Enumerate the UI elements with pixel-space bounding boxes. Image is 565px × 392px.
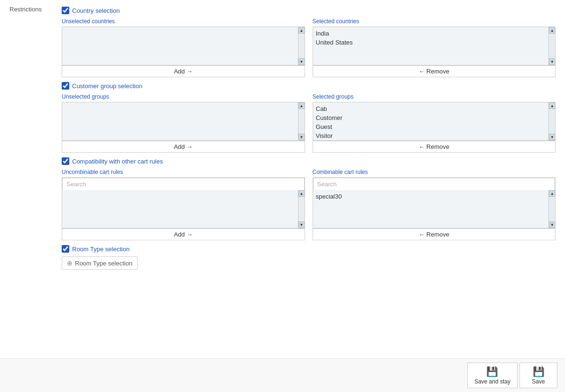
country-checkbox-row: Country selection	[62, 7, 556, 14]
cart-rules-checkbox-label: Compatibility with other cart rules	[72, 158, 163, 165]
selected-countries-panel: Selected countries India United States ▲…	[313, 18, 556, 77]
scroll-track	[298, 34, 305, 58]
customer-group-dual-list: Unselected groups ▲ ▼ Add →	[62, 93, 556, 153]
main-content: Restrictions Country selection Unselecte…	[0, 0, 565, 317]
list-item[interactable]: special30	[316, 192, 546, 201]
unselected-countries-box-wrapper: ▲ ▼	[62, 27, 305, 65]
customer-group-checkbox-label: Customer group selection	[72, 82, 142, 90]
scroll-track	[549, 197, 555, 221]
scroll-up-arrow[interactable]: ▲	[549, 27, 556, 34]
list-item[interactable]: Cab	[316, 104, 546, 113]
page-wrapper: Restrictions Country selection Unselecte…	[0, 0, 565, 392]
customer-group-checkbox[interactable]	[62, 82, 69, 90]
cart-rules-dual-list: Uncombinable cart rules ▲ ▼	[62, 169, 556, 240]
save-and-stay-label: Save and stay	[474, 378, 510, 385]
scroll-track	[549, 34, 555, 58]
remove-cart-rules-btn[interactable]: ← Remove	[313, 228, 556, 240]
uncombinable-box-wrapper: ▲ ▼	[62, 177, 305, 228]
cart-rules-checkbox[interactable]	[62, 157, 69, 165]
country-section: Country selection Unselected countries ▲	[62, 7, 556, 77]
cart-rules-checkbox-row: Compatibility with other cart rules	[62, 157, 556, 165]
customer-group-section: Customer group selection Unselected grou…	[62, 82, 556, 153]
scroll-track	[298, 109, 305, 134]
unselected-countries-list[interactable]	[62, 27, 298, 65]
uncombinable-search-input[interactable]	[62, 178, 305, 190]
scroll-track	[549, 109, 555, 134]
combinable-search-input[interactable]	[313, 178, 556, 190]
selected-groups-panel: Selected groups Cab Customer Guest Visit…	[313, 93, 556, 153]
restrictions-label: Restrictions	[9, 5, 62, 13]
room-type-checkbox-row: Room Type selection	[62, 245, 556, 253]
remove-groups-btn[interactable]: ← Remove	[313, 141, 556, 153]
add-cart-rules-btn[interactable]: Add →	[62, 228, 305, 240]
scroll-down-arrow[interactable]: ▼	[549, 58, 556, 65]
list-item[interactable]: Guest	[316, 122, 546, 131]
combinable-label: Combinable cart rules	[313, 169, 556, 175]
unselected-countries-label: Unselected countries	[62, 18, 305, 25]
country-checkbox[interactable]	[62, 7, 69, 14]
remove-countries-btn[interactable]: ← Remove	[313, 65, 556, 77]
uncombinable-list[interactable]	[62, 190, 298, 228]
selected-countries-box-wrapper: India United States ▲ ▼	[313, 27, 556, 65]
scroll-track	[298, 197, 305, 221]
add-room-type-btn[interactable]: ⊕ Room Type selection	[62, 256, 138, 270]
save-icon: 💾	[533, 366, 545, 377]
room-type-section: Room Type selection ⊕ Room Type selectio…	[62, 245, 556, 270]
scroll-up-arrow[interactable]: ▲	[549, 102, 556, 109]
room-type-checkbox-label: Room Type selection	[72, 246, 130, 253]
selected-groups-box-wrapper: Cab Customer Guest Visitor ▲ ▼	[313, 102, 556, 141]
scroll-down-arrow[interactable]: ▼	[549, 221, 556, 228]
uncombinable-scrollbar: ▲ ▼	[298, 190, 305, 228]
customer-group-checkbox-row: Customer group selection	[62, 82, 556, 90]
add-groups-btn[interactable]: Add →	[62, 141, 305, 153]
scroll-up-arrow[interactable]: ▲	[298, 102, 305, 109]
scroll-up-arrow[interactable]: ▲	[549, 190, 556, 197]
add-countries-btn[interactable]: Add →	[62, 65, 305, 77]
footer-bar: 💾 Save and stay 💾 Save	[0, 358, 565, 392]
unselected-groups-label: Unselected groups	[62, 93, 305, 100]
selected-countries-scrollbar: ▲ ▼	[548, 27, 555, 65]
plus-circle-icon: ⊕	[67, 259, 73, 267]
combinable-scrollbar: ▲ ▼	[548, 190, 555, 228]
list-item[interactable]: United States	[316, 38, 546, 47]
combinable-box-wrapper: special30 ▲ ▼	[313, 177, 556, 228]
selected-groups-label: Selected groups	[313, 93, 556, 100]
restrictions-row: Restrictions Country selection Unselecte…	[9, 5, 556, 274]
unselected-groups-box-wrapper: ▲ ▼	[62, 102, 305, 141]
scroll-down-arrow[interactable]: ▼	[549, 134, 556, 140]
list-item[interactable]: India	[316, 29, 546, 38]
scroll-up-arrow[interactable]: ▲	[298, 27, 305, 34]
selected-groups-list[interactable]: Cab Customer Guest Visitor	[313, 102, 549, 140]
scroll-down-arrow[interactable]: ▼	[298, 58, 305, 65]
save-and-stay-button[interactable]: 💾 Save and stay	[467, 363, 518, 388]
selected-countries-label: Selected countries	[313, 18, 556, 25]
unselected-groups-scrollbar: ▲ ▼	[298, 102, 305, 140]
save-label: Save	[532, 378, 545, 385]
list-item[interactable]: Customer	[316, 113, 546, 122]
cart-rules-section: Compatibility with other cart rules Unco…	[62, 157, 556, 240]
country-checkbox-label: Country selection	[72, 7, 120, 14]
list-item[interactable]: Visitor	[316, 131, 546, 140]
unselected-countries-panel: Unselected countries ▲ ▼ Add →	[62, 18, 305, 77]
combinable-list[interactable]: special30	[313, 190, 549, 228]
selected-groups-scrollbar: ▲ ▼	[548, 102, 555, 140]
selected-countries-list[interactable]: India United States	[313, 27, 549, 65]
unselected-groups-panel: Unselected groups ▲ ▼ Add →	[62, 93, 305, 153]
save-and-stay-icon: 💾	[486, 366, 498, 377]
unselected-countries-scrollbar: ▲ ▼	[298, 27, 305, 65]
uncombinable-label: Uncombinable cart rules	[62, 169, 305, 175]
save-button[interactable]: 💾 Save	[519, 363, 557, 388]
scroll-down-arrow[interactable]: ▼	[298, 221, 305, 228]
country-dual-list: Unselected countries ▲ ▼ Add →	[62, 18, 556, 77]
unselected-groups-list[interactable]	[62, 102, 298, 140]
room-type-checkbox[interactable]	[62, 245, 69, 253]
scroll-down-arrow[interactable]: ▼	[298, 134, 305, 140]
room-type-btn-label: Room Type selection	[75, 260, 132, 267]
combinable-panel: Combinable cart rules special30 ▲	[313, 169, 556, 240]
restrictions-body: Country selection Unselected countries ▲	[62, 5, 556, 274]
uncombinable-panel: Uncombinable cart rules ▲ ▼	[62, 169, 305, 240]
scroll-up-arrow[interactable]: ▲	[298, 190, 305, 197]
